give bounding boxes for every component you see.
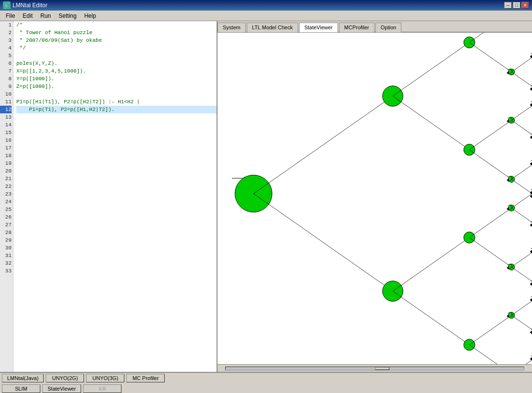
line-number-24: 24 (0, 198, 12, 206)
window-controls: ─ □ ✕ (504, 2, 529, 9)
kill-button[interactable]: Kill (83, 384, 121, 393)
editor-content[interactable]: 1234567891011121314151617181920212223242… (0, 21, 217, 372)
line-number-7: 7 (0, 67, 12, 75)
line-number-18: 18 (0, 152, 12, 160)
code-line-8: Y=p([1000]). (16, 75, 217, 83)
code-line-25 (16, 206, 217, 213)
minimize-button[interactable]: ─ (504, 2, 512, 9)
tab-bar: System LTL Model Check StateViewer MCPro… (218, 21, 532, 33)
code-line-10 (16, 90, 217, 98)
code-line-27 (16, 221, 217, 229)
line-number-2: 2 (0, 29, 12, 37)
tab-mcprofiler[interactable]: MCProfiler (339, 23, 375, 32)
maximize-button[interactable]: □ (513, 2, 520, 9)
line-number-17: 17 (0, 144, 12, 152)
line-number-30: 30 (0, 244, 12, 252)
code-line-11: P1=p([H1|T1]), P2=p([H2|T2]) :- H1<H2 | (16, 98, 217, 106)
line-number-3: 3 (0, 37, 12, 44)
line-number-12: 12 (0, 106, 12, 113)
code-line-28 (16, 229, 217, 236)
code-area[interactable]: /* * Tower of Hanoi puzzle * 2007/06/09(… (13, 21, 217, 372)
unyo3g-button[interactable]: UNYO(3G) (86, 374, 124, 382)
menu-run[interactable]: Run (36, 12, 55, 20)
bottom-toolbar: LMNtal(Java) UNYO(2G) UNYO(3G) MC Profil… (0, 372, 532, 393)
code-line-3: * 2007/06/09(Sat) by okabe (16, 37, 217, 44)
code-line-15 (16, 129, 217, 136)
slim-button[interactable]: SLIM (2, 384, 40, 393)
toolbar-row2: SLIM StateViewer Kill (0, 383, 532, 393)
code-line-5 (16, 52, 217, 60)
code-line-17 (16, 144, 217, 152)
line-number-28: 28 (0, 229, 12, 236)
code-line-31 (16, 252, 217, 259)
code-line-22 (16, 183, 217, 190)
close-button[interactable]: ✕ (521, 2, 529, 9)
code-line-21 (16, 175, 217, 183)
line-number-19: 19 (0, 160, 12, 167)
tab-ltl[interactable]: LTL Model Check (247, 23, 298, 32)
line-number-25: 25 (0, 206, 12, 213)
state-viewer-area[interactable] (218, 33, 532, 364)
line-number-23: 23 (0, 190, 12, 198)
code-line-26 (16, 213, 217, 221)
lmntal-java-button[interactable]: LMNtal(Java) (2, 374, 44, 382)
editor-pane: 1234567891011121314151617181920212223242… (0, 21, 218, 372)
line-number-6: 6 (0, 60, 12, 67)
tab-system[interactable]: System (218, 23, 246, 32)
unyo2g-button[interactable]: UNYO(2G) (46, 374, 84, 382)
code-line-4: */ (16, 44, 217, 52)
titlebar: L LMNtal Editor ─ □ ✕ (0, 0, 532, 11)
line-number-29: 29 (0, 236, 12, 244)
scrollbar-thumb[interactable] (375, 367, 389, 370)
code-line-7: X=p([1,2,3,4,5,1000]). (16, 67, 217, 75)
tab-option[interactable]: Option (375, 23, 401, 32)
menu-file[interactable]: File (2, 12, 19, 20)
app-icon: L (3, 1, 11, 9)
line-number-26: 26 (0, 213, 12, 221)
line-number-33: 33 (0, 267, 12, 275)
line-number-13: 13 (0, 113, 12, 121)
menu-setting[interactable]: Setting (55, 12, 80, 20)
code-line-1: /* (16, 21, 217, 29)
code-line-24 (16, 198, 217, 206)
stateviewer-button[interactable]: StateViewer (42, 384, 81, 393)
line-number-1: 1 (0, 21, 12, 29)
code-line-33 (16, 267, 217, 275)
scrollbar-track[interactable] (225, 367, 524, 370)
menubar: File Edit Run Setting Help (0, 11, 532, 21)
code-line-23 (16, 190, 217, 198)
right-pane: System LTL Model Check StateViewer MCPro… (218, 21, 532, 372)
line-number-10: 10 (0, 90, 12, 98)
line-number-32: 32 (0, 259, 12, 267)
code-line-20 (16, 167, 217, 175)
code-line-9: Z=p([1000]). (16, 83, 217, 90)
line-number-16: 16 (0, 136, 12, 144)
line-number-4: 4 (0, 44, 12, 52)
line-number-8: 8 (0, 75, 12, 83)
main-content: 1234567891011121314151617181920212223242… (0, 21, 532, 372)
tab-stateviewer[interactable]: StateViewer (299, 23, 338, 32)
code-line-6: poles(X,Y,Z). (16, 60, 217, 67)
line-number-21: 21 (0, 175, 12, 183)
mc-profiler-button[interactable]: MC Profiler (126, 374, 165, 382)
menu-help[interactable]: Help (80, 12, 100, 20)
line-number-11: 11 (0, 98, 12, 106)
line-number-20: 20 (0, 167, 12, 175)
line-number-9: 9 (0, 83, 12, 90)
code-line-2: * Tower of Hanoi puzzle (16, 29, 217, 37)
toolbar-row1: LMNtal(Java) UNYO(2G) UNYO(3G) MC Profil… (0, 373, 532, 383)
line-number-31: 31 (0, 252, 12, 259)
menu-edit[interactable]: Edit (19, 12, 36, 20)
code-line-14 (16, 121, 217, 129)
line-number-14: 14 (0, 121, 12, 129)
line-number-5: 5 (0, 52, 12, 60)
line-numbers: 1234567891011121314151617181920212223242… (0, 21, 13, 372)
state-graph (218, 33, 532, 364)
code-line-29 (16, 236, 217, 244)
code-line-13 (16, 113, 217, 121)
code-line-30 (16, 244, 217, 252)
horizontal-scrollbar[interactable] (218, 364, 532, 372)
code-line-16 (16, 136, 217, 144)
code-line-32 (16, 259, 217, 267)
code-line-12: P1=p(T1), P2=p([H1,H2|T2]). (16, 106, 217, 113)
